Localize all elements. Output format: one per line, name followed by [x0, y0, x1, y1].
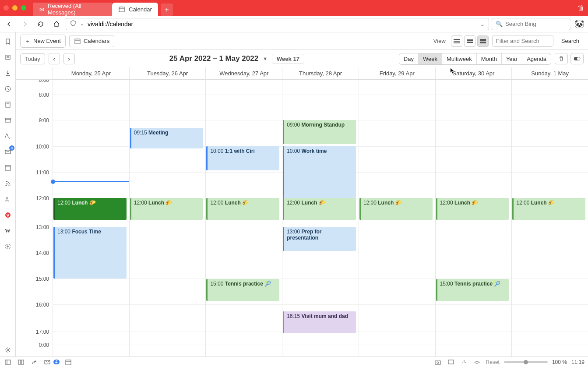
day-header[interactable]: Saturday, 30 Apr [435, 67, 512, 79]
downloads-panel-icon[interactable] [1, 67, 14, 80]
translate-panel-icon[interactable]: Ax [1, 130, 14, 143]
page-actions-icon[interactable] [460, 358, 468, 367]
day-column[interactable]: 12:00 Lunch 🌮 [511, 80, 588, 356]
mail-panel-icon[interactable]: 4 [1, 145, 14, 159]
reading-list-panel-icon[interactable] [1, 51, 14, 64]
search-input[interactable] [505, 21, 579, 27]
calendar-event[interactable]: 12:00 Lunch 🌮 [53, 198, 127, 220]
calendar-event[interactable]: 10:00 Work time [283, 146, 356, 198]
wikipedia-panel-icon[interactable]: W [1, 224, 14, 237]
day-header[interactable]: Friday, 29 Apr [359, 67, 435, 79]
calendar-grid[interactable]: 0:008:009:0010:0011:0012:0013:0014:0015:… [16, 80, 588, 356]
delete-event-button[interactable] [555, 53, 568, 64]
today-button[interactable]: Today [20, 53, 45, 64]
day-header[interactable]: Monday, 25 Apr [53, 67, 129, 79]
day-column[interactable]: 12:00 Lunch 🌮 [359, 80, 435, 356]
calendar-event[interactable]: 12:00 Lunch 🌮 [436, 198, 509, 220]
calendar-event[interactable]: 09:15 Meeting [130, 128, 203, 148]
day-header[interactable]: Wednesday, 27 Apr [205, 67, 282, 79]
tiling-icon[interactable] [17, 358, 25, 367]
search-field[interactable]: 🔍 ⌄ [492, 18, 570, 30]
new-event-button[interactable]: ＋New Event [20, 35, 66, 48]
day-header[interactable]: Thursday, 28 Apr [282, 67, 359, 79]
chevron-down-icon[interactable]: ⌄ [80, 21, 84, 27]
view-year[interactable]: Year [502, 53, 522, 64]
day-header[interactable]: Sunday, 1 May [511, 67, 588, 79]
toggle-tasks-button[interactable] [570, 53, 584, 64]
calendars-button[interactable]: Calendars [69, 35, 114, 47]
calendar-event[interactable]: 09:00 Morning Standup [283, 120, 356, 144]
close-window[interactable] [4, 5, 9, 11]
filter-input[interactable] [492, 35, 553, 47]
minimize-window[interactable] [12, 5, 18, 11]
density-compact[interactable] [451, 35, 462, 47]
home-button[interactable] [50, 18, 63, 31]
view-month[interactable]: Month [477, 53, 502, 64]
zoom-slider[interactable] [504, 361, 548, 363]
calendar-event[interactable]: 12:00 Lunch 🌮 [359, 198, 433, 220]
day-column[interactable]: 09:00 Morning Standup10:00 Work time12:0… [282, 80, 359, 356]
panel-toggle-icon[interactable] [4, 358, 12, 367]
calendar-event[interactable]: 13:00 Prep for presentation [283, 227, 356, 251]
day-column[interactable]: 09:15 Meeting12:00 Lunch 🌮 [129, 80, 206, 356]
sync-icon[interactable] [30, 358, 39, 367]
reset-zoom-button[interactable]: Reset [486, 359, 500, 365]
event-time: 12:00 [210, 200, 223, 206]
new-tab-button[interactable]: ＋ [161, 4, 173, 16]
event-time: 12:00 [134, 200, 147, 206]
view-day[interactable]: Day [399, 53, 419, 64]
mail-status-icon[interactable] [43, 358, 52, 367]
density-full[interactable] [477, 35, 489, 47]
calendar-event[interactable]: 10:00 1:1 with Ciri [206, 146, 279, 170]
calendar-event[interactable]: 15:00 Tennis practice 🎾 [206, 279, 279, 301]
url-input[interactable] [88, 21, 476, 28]
url-dropdown-icon[interactable]: ⌄ [480, 21, 485, 28]
bookmarks-panel-icon[interactable] [1, 35, 14, 48]
next-week-button[interactable]: › [63, 53, 75, 64]
maximize-window[interactable] [21, 5, 26, 11]
reload-button[interactable] [34, 18, 47, 31]
view-agenda[interactable]: Agenda [522, 53, 551, 64]
url-field[interactable]: ⌄ ⌄ [66, 18, 489, 30]
notes-panel-icon[interactable] [1, 98, 14, 111]
day-header[interactable]: Tuesday, 26 Apr [129, 67, 206, 79]
feeds-panel-icon[interactable] [1, 177, 14, 190]
day-column[interactable]: 12:00 Lunch 🌮13:00 Focus Time [53, 80, 129, 356]
tab-calendar[interactable]: Calendar [112, 3, 158, 16]
forward-button[interactable] [18, 18, 32, 31]
history-panel-icon[interactable] [1, 82, 14, 95]
contacts-panel-icon[interactable] [1, 193, 14, 206]
calendar-event[interactable]: 12:00 Lunch 🌮 [283, 198, 356, 220]
view-switcher: Day Week Multiweek Month Year Agenda [399, 53, 551, 65]
vivaldi-panel-icon[interactable] [1, 208, 14, 222]
window-panel-icon[interactable] [1, 114, 14, 127]
settings-icon[interactable] [1, 343, 14, 356]
date-range[interactable]: 25 Apr 2022 – 1 May 2022 ▼ Week 17 [78, 54, 395, 64]
day-column[interactable]: 12:00 Lunch 🌮15:00 Tennis practice 🎾 [435, 80, 512, 356]
calendar-event[interactable]: 16:15 Visit mum and dad [283, 311, 356, 333]
capture-icon[interactable] [433, 358, 442, 367]
density-medium[interactable] [464, 35, 475, 47]
calendar-event[interactable]: 12:00 Lunch 🌮 [512, 198, 585, 220]
clock[interactable]: 11:19 [571, 359, 584, 365]
view-multiweek[interactable]: Multiweek [442, 53, 477, 64]
back-button[interactable] [3, 18, 16, 31]
search-button[interactable]: Search [557, 35, 584, 46]
toggle-images-icon[interactable]: <> [473, 358, 482, 367]
calendar-event[interactable]: 15:00 Tennis practice 🎾 [436, 279, 509, 301]
trash-icon[interactable]: 🗑 [577, 4, 584, 12]
view-week[interactable]: Week [419, 53, 442, 64]
tab-mail[interactable]: ✉ Received (All Messages) [33, 3, 112, 16]
day-column[interactable]: 10:00 1:1 with Ciri12:00 Lunch 🌮15:00 Te… [205, 80, 282, 356]
profile-avatar[interactable]: 🐼 [573, 18, 585, 30]
calendar-event[interactable]: 13:00 Focus Time [53, 227, 127, 279]
svg-rect-6 [6, 102, 10, 107]
calendar-event[interactable]: 12:00 Lunch 🌮 [130, 198, 203, 220]
add-panel-icon[interactable] [1, 240, 14, 253]
calendar-event[interactable]: 12:00 Lunch 🌮 [206, 198, 279, 220]
break-mode-icon[interactable] [447, 358, 455, 367]
prev-week-button[interactable]: ‹ [49, 53, 60, 64]
calendar-panel-icon[interactable] [1, 161, 14, 174]
calendar-status-icon[interactable] [64, 358, 73, 367]
event-time: 09:00 [287, 122, 300, 128]
